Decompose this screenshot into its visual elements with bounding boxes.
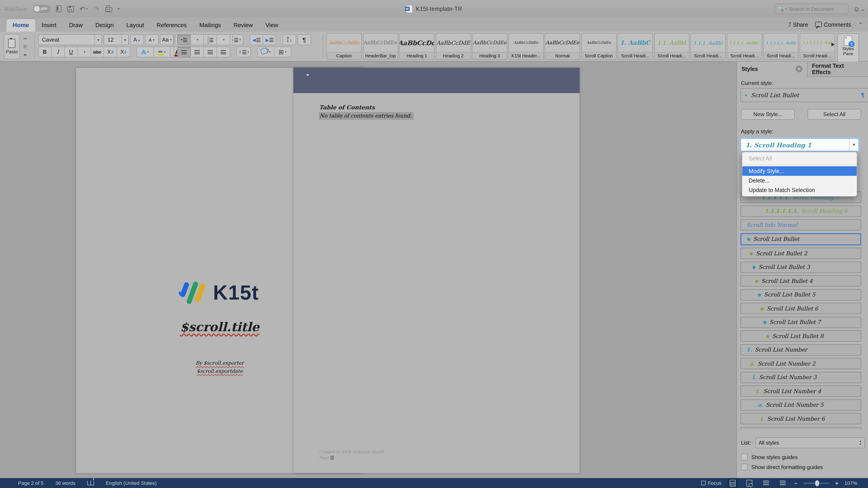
align-left-button[interactable]	[177, 46, 190, 57]
justify-button[interactable]	[217, 46, 230, 57]
language-indicator[interactable]: English (United States)	[106, 480, 157, 486]
style-list-item-scroll-list-number-7[interactable]: 1.Scroll List Number 7	[741, 427, 861, 430]
ribbon-tab-references[interactable]: References	[150, 19, 193, 32]
gallery-style-k15t-header-[interactable]: AaBbCcDdEeK15t Header...	[508, 33, 544, 60]
style-list-item-scroll-list-bullet-8[interactable]: ●Scroll List Bullet 8	[741, 330, 861, 341]
gallery-style-heading-3[interactable]: AaBbCcDdEeHeading 3	[472, 33, 507, 60]
style-list-item-scroll-list-bullet[interactable]: ●Scroll List Bullet	[741, 233, 861, 245]
menu-item-modify-style-[interactable]: Modify Style...	[742, 166, 857, 176]
ribbon-tab-review[interactable]: Review	[227, 19, 259, 32]
zoom-slider[interactable]	[804, 482, 829, 484]
gallery-style-heading-2[interactable]: AaBbCcDdEHeading 2	[436, 33, 471, 60]
tab-styles[interactable]: Styles ✕	[737, 61, 807, 77]
show-direct-formatting-guides-checkbox[interactable]	[741, 464, 748, 470]
style-list-item-scroll-list-number-3[interactable]: i.Scroll List Number 3	[741, 372, 861, 383]
draft-view-button[interactable]	[777, 478, 788, 488]
align-center-button[interactable]	[190, 46, 204, 57]
list-filter-select[interactable]: All styles ▲▼	[755, 437, 865, 448]
paste-button[interactable]: Paste	[4, 34, 20, 59]
outline-view-button[interactable]	[761, 478, 772, 488]
shrink-font-button[interactable]: A▼	[145, 34, 159, 45]
print-layout-view-button[interactable]	[727, 478, 738, 488]
show-paragraph-marks-button[interactable]: ¶	[298, 34, 311, 45]
feedback-smiley-icon[interactable]: ☺ ▾	[853, 5, 864, 13]
menu-item-delete-[interactable]: Delete...	[742, 176, 857, 185]
document-page-toc[interactable]: Table of Contents No table of contents e…	[293, 68, 580, 473]
decrease-indent-button[interactable]: ◀	[250, 34, 263, 45]
change-case-button[interactable]: Aa▾	[160, 34, 174, 45]
focus-button[interactable]: Focus	[701, 480, 721, 486]
strikethrough-button[interactable]: abe	[90, 46, 103, 57]
search-input[interactable]: 🔍▾ Search in Document	[774, 4, 848, 14]
styles-pane-button[interactable]: Styles Pane	[837, 33, 859, 62]
style-list-item-scroll-list-number-6[interactable]: i.Scroll List Number 6	[741, 413, 861, 424]
underline-options-caret[interactable]: ▾	[77, 46, 90, 57]
style-list-item-scroll-list-bullet-4[interactable]: ●Scroll List Bullet 4	[741, 275, 861, 287]
style-list-item-scroll-list-number-2[interactable]: a.Scroll List Number 2	[741, 358, 861, 369]
bold-button[interactable]: B	[38, 46, 51, 57]
sort-button[interactable]: AZ↓	[283, 34, 296, 45]
superscript-button[interactable]: X2	[117, 46, 130, 57]
gallery-style-scroll-caption[interactable]: AaBbCcDdEeScroll Caption	[581, 33, 616, 60]
underline-button[interactable]: U	[64, 46, 77, 57]
gallery-style-caption[interactable]: AaBbCcDdEeCaption	[327, 33, 362, 60]
format-painter-icon[interactable]: ✒	[22, 52, 29, 58]
style-list-item-scroll-list-bullet-6[interactable]: ●Scroll List Bullet 6	[741, 303, 861, 314]
tab-format-text-effects[interactable]: Format Text Effects	[807, 61, 868, 76]
select-all-button[interactable]: Select All	[807, 109, 861, 120]
style-list-item-scroll-list-bullet-3[interactable]: ●Scroll List Bullet 3	[741, 261, 861, 273]
style-list-item-scroll-list-bullet-7[interactable]: ●Scroll List Bullet 7	[741, 317, 861, 328]
borders-button[interactable]: ⊞▾	[274, 46, 291, 57]
text-effects-button[interactable]: A▾	[136, 46, 153, 57]
highlight-color-button[interactable]: ✏▾	[153, 46, 170, 57]
menu-item-update-to-match-selection[interactable]: Update to Match Selection	[742, 185, 857, 195]
style-list-item-scroll-list-bullet-2[interactable]: ●Scroll List Bullet 2	[741, 248, 861, 259]
style-list-item-scroll-list-number-5[interactable]: a.Scroll List Number 5	[741, 399, 861, 411]
collapse-ribbon-icon[interactable]: ⌃	[859, 22, 863, 28]
gallery-style-headerbar-top[interactable]: AaBbCcDdEeHeaderBar_top	[363, 33, 398, 60]
new-style-button[interactable]: New Style...	[741, 109, 795, 120]
grow-font-button[interactable]: A▲	[130, 34, 144, 45]
bullets-button[interactable]: •	[177, 34, 190, 45]
ribbon-tab-view[interactable]: View	[259, 19, 285, 32]
ribbon-tab-mailings[interactable]: Mailings	[193, 19, 227, 32]
apply-style-dropdown-icon[interactable]: ▼	[849, 139, 859, 151]
zoom-percentage[interactable]: 107%	[844, 480, 857, 486]
align-right-button[interactable]	[204, 46, 217, 57]
numbering-button[interactable]: 123	[204, 34, 217, 45]
subscript-button[interactable]: X2	[103, 46, 117, 57]
bullets-caret[interactable]: ▾	[190, 34, 204, 45]
shading-button[interactable]: ▾	[257, 46, 274, 57]
line-spacing-button[interactable]: ⇕▾	[237, 46, 251, 57]
style-list-item-scroll-info-normal[interactable]: Scroll Info Normal	[741, 219, 861, 230]
ribbon-tab-layout[interactable]: Layout	[120, 19, 150, 32]
gallery-style-scroll-headi-[interactable]: 1.1.1.1.1. AaBbScroll Headi...	[763, 33, 798, 60]
italic-button[interactable]: I	[51, 46, 64, 57]
multilevel-list-button[interactable]: 1ai▾	[230, 34, 243, 45]
cut-icon[interactable]: ✂	[22, 35, 29, 42]
numbering-caret[interactable]: ▾	[217, 34, 230, 45]
comments-button[interactable]: Comments	[815, 21, 851, 28]
zoom-out-button[interactable]: −	[794, 480, 798, 486]
zoom-in-button[interactable]: +	[835, 480, 839, 486]
show-styles-guides-checkbox[interactable]	[741, 454, 748, 460]
apply-style-combo[interactable]: 1. Scroll Heading 1 ▼	[741, 138, 859, 151]
style-list-item-scroll-list-number-4[interactable]: 1.Scroll List Number 4	[741, 385, 861, 397]
ribbon-tab-design[interactable]: Design	[89, 19, 120, 32]
gallery-style-normal[interactable]: AaBbCcDdEeNormal	[545, 33, 580, 60]
ribbon-tab-insert[interactable]: Insert	[35, 19, 63, 32]
gallery-style-scroll-headi-[interactable]: 1.1.1. AaBblScroll Headi...	[690, 33, 725, 60]
increase-indent-button[interactable]: ▶	[263, 34, 276, 45]
web-layout-view-button[interactable]	[744, 478, 755, 488]
font-size-combo[interactable]: 12▼	[103, 34, 129, 45]
style-list-item-scroll-heading-6[interactable]: 1.1.1.1.1.1.Scroll Heading 6	[741, 205, 861, 217]
close-pane-icon[interactable]: ✕	[796, 66, 802, 72]
gallery-style-scroll-headi-[interactable]: 1.1.1.1.1.1. AaEScroll Headi...	[800, 33, 835, 60]
share-button[interactable]: ⤴Share	[788, 21, 808, 28]
gallery-style-scroll-headi-[interactable]: 1.1. AaBblScroll Headi...	[654, 33, 689, 60]
gallery-style-scroll-headi-[interactable]: 1. AaBbCScroll Headi...	[618, 33, 653, 60]
style-list-item-scroll-list-number[interactable]: 1.Scroll List Number	[741, 344, 861, 355]
toc-empty-field[interactable]: No table of contents entries found.	[319, 112, 413, 120]
zoom-slider-thumb[interactable]	[815, 480, 819, 486]
font-name-combo[interactable]: Caveat▼	[38, 34, 102, 45]
